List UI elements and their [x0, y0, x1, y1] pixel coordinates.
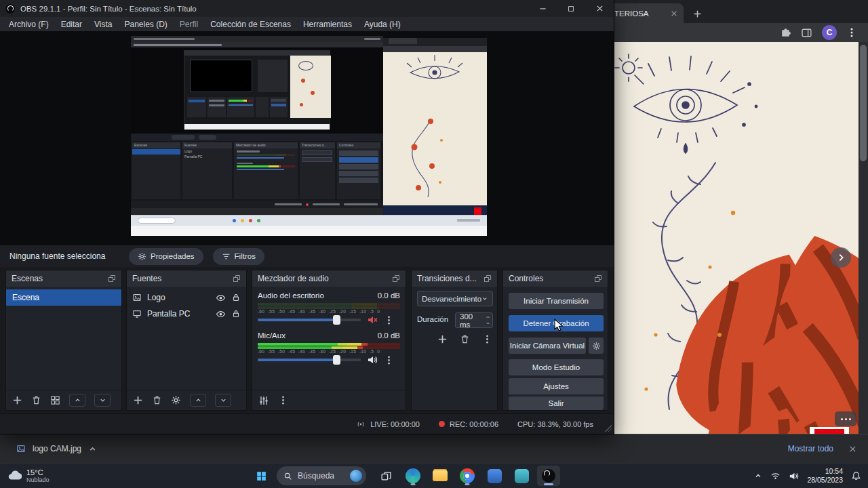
lock-icon[interactable]: [231, 293, 241, 302]
obs-titlebar[interactable]: OBS 29.1.1 - Perfil: Sin Título - Escena…: [0, 0, 614, 17]
menu-paneles[interactable]: Paneles (D): [119, 20, 174, 29]
lock-icon[interactable]: [231, 309, 241, 319]
properties-button[interactable]: Propiedades: [129, 248, 203, 265]
start-button[interactable]: [250, 466, 273, 486]
tray-chevron-up-icon[interactable]: [754, 472, 762, 480]
scrollbar-thumb[interactable]: [860, 45, 867, 161]
mic-kebab-icon[interactable]: [384, 355, 394, 365]
source-row-pantalla-pc[interactable]: Pantalla PC: [127, 306, 246, 322]
popout-icon[interactable]: [484, 274, 492, 283]
desktop-audio-kebab-icon[interactable]: [384, 315, 394, 325]
source-move-down-button[interactable]: [215, 394, 231, 407]
menu-ayuda[interactable]: Ayuda (H): [358, 20, 407, 29]
transition-select[interactable]: Desvanecimiento: [417, 291, 493, 306]
extensions-puzzle-icon[interactable]: [780, 27, 791, 39]
scene-move-up-button[interactable]: [69, 394, 85, 407]
add-source-icon[interactable]: [133, 395, 143, 405]
scene-grid-icon[interactable]: [50, 395, 60, 405]
downloads-shelf: logo CAM.jpg Mostrar todo: [0, 434, 868, 463]
desktop-audio-muted-speaker-icon[interactable]: [367, 314, 378, 325]
maximize-button[interactable]: [557, 0, 585, 17]
virtual-camera-settings-button[interactable]: [589, 338, 604, 354]
mic-volume-slider[interactable]: [258, 359, 361, 361]
duration-spinbox[interactable]: 300 ms: [455, 312, 493, 328]
scene-item-escena[interactable]: Escena: [6, 289, 121, 306]
page-options-button[interactable]: [835, 411, 856, 426]
taskbar-chrome[interactable]: [456, 466, 479, 486]
add-scene-icon[interactable]: [12, 395, 22, 405]
source-row-logo[interactable]: Logo: [127, 289, 246, 306]
clock-widget[interactable]: 10:54 28/05/2023: [807, 467, 843, 485]
taskbar-app-teal[interactable]: [510, 466, 533, 486]
spin-up-icon[interactable]: [485, 314, 491, 320]
menu-editar[interactable]: Editar: [55, 20, 88, 29]
exit-button[interactable]: Salir: [509, 396, 604, 410]
mini-obs-window: Escenas Fuentes Logo Pantalla PC Mezclad…: [131, 36, 383, 215]
taskbar-app-blue[interactable]: [483, 466, 506, 486]
menu-coleccion[interactable]: Colección de Escenas: [204, 20, 297, 29]
mixer-settings-icon[interactable]: [258, 395, 269, 406]
popout-icon[interactable]: [392, 274, 400, 283]
taskbar-explorer[interactable]: [429, 466, 452, 486]
new-tab-button[interactable]: [689, 5, 705, 22]
mic-volume-handle[interactable]: [333, 355, 340, 365]
minimize-button[interactable]: [528, 0, 557, 17]
side-panel-icon[interactable]: [801, 27, 812, 39]
weather-widget[interactable]: 15°C Nublado: [0, 468, 81, 483]
notifications-bell-icon[interactable]: [851, 471, 861, 481]
resize-grip[interactable]: [605, 425, 612, 432]
page-scrollbar[interactable]: [859, 42, 868, 434]
mic-speaker-icon[interactable]: [367, 354, 378, 365]
start-streaming-button[interactable]: Iniciar Transmisión: [509, 293, 604, 309]
source-move-up-button[interactable]: [190, 394, 206, 407]
visibility-eye-icon[interactable]: [216, 309, 226, 319]
tab-close-icon[interactable]: [670, 9, 678, 18]
close-button[interactable]: [585, 0, 614, 17]
add-transition-icon[interactable]: [437, 334, 448, 344]
source-properties-gear-icon[interactable]: [171, 395, 181, 405]
transition-kebab-icon[interactable]: [482, 334, 492, 344]
chevron-down-icon: [481, 295, 488, 302]
menu-vista[interactable]: Vista: [88, 20, 118, 29]
preview-canvas[interactable]: Escenas Fuentes Logo Pantalla PC Mezclad…: [0, 31, 614, 245]
download-item[interactable]: logo CAM.jpg: [9, 441, 104, 457]
download-chevron-up-icon[interactable]: [88, 445, 97, 453]
stop-recording-button[interactable]: Detener Grabación: [509, 315, 604, 331]
remove-source-icon[interactable]: [152, 395, 162, 405]
menu-perfil[interactable]: Perfil: [174, 20, 204, 29]
controls-panel: Controles Iniciar Transmisión Detener Gr…: [502, 270, 608, 411]
visibility-eye-icon[interactable]: [216, 293, 226, 303]
popout-icon[interactable]: [233, 274, 241, 283]
taskbar-edge[interactable]: [401, 466, 425, 486]
desktop-volume-slider[interactable]: [258, 319, 361, 321]
audio-mixer-panel: Mezclador de audio Audio del escritorio …: [252, 270, 406, 411]
scene-move-down-button[interactable]: [94, 394, 111, 407]
studio-mode-button[interactable]: Modo Estudio: [509, 359, 604, 375]
task-view-button[interactable]: [374, 466, 397, 486]
remove-transition-icon[interactable]: [460, 334, 470, 344]
carousel-next-button[interactable]: [831, 247, 851, 268]
show-all-downloads-link[interactable]: Mostrar todo: [788, 444, 833, 453]
spin-down-icon[interactable]: [485, 321, 491, 326]
gear-icon: [592, 342, 601, 350]
profile-avatar[interactable]: C: [822, 25, 837, 40]
mixer-kebab-icon[interactable]: [278, 395, 288, 405]
taskbar-search[interactable]: Búsqueda: [277, 466, 366, 485]
start-virtual-camera-button[interactable]: Iniciar Cámara Virtual: [509, 338, 586, 354]
filters-button[interactable]: Filtros: [213, 248, 264, 265]
popout-icon[interactable]: [108, 274, 116, 283]
taskbar-obs[interactable]: [537, 466, 560, 486]
settings-button[interactable]: Ajustes: [509, 378, 604, 394]
close-shelf-icon[interactable]: [848, 445, 857, 453]
duration-label: Duración: [417, 315, 448, 323]
popout-icon[interactable]: [594, 274, 602, 283]
desktop-volume-handle[interactable]: [333, 315, 340, 325]
wifi-icon[interactable]: [770, 471, 781, 481]
menu-archivo[interactable]: Archivo (F): [3, 20, 55, 29]
browser-menu-kebab-icon[interactable]: [846, 27, 857, 38]
remove-scene-icon[interactable]: [31, 395, 41, 405]
menu-herramientas[interactable]: Herramientas: [297, 20, 358, 29]
display-source-icon: [132, 309, 142, 319]
mini-titlebar: [131, 36, 383, 42]
volume-icon[interactable]: [789, 471, 799, 481]
